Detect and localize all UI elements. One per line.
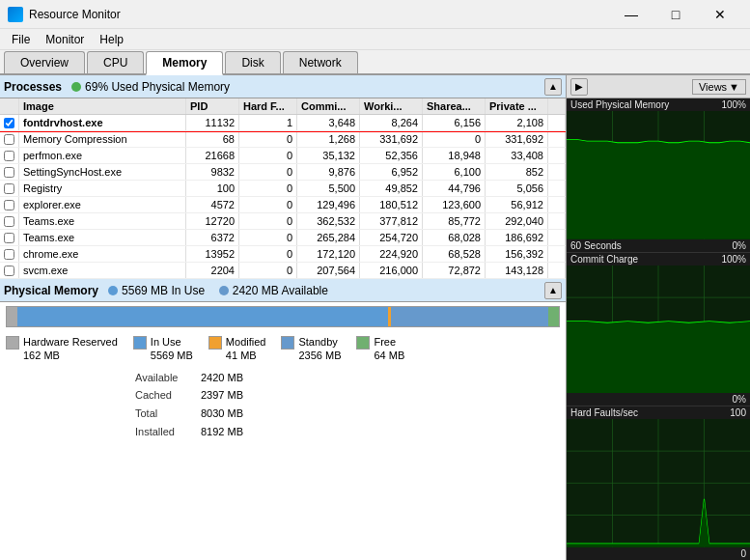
table-row[interactable]: chrome.exe 13952 0 172,120 224,920 68,52… bbox=[0, 246, 566, 263]
minimize-button[interactable]: — bbox=[609, 0, 653, 29]
row-checkbox-8[interactable] bbox=[0, 246, 19, 262]
table-row[interactable]: svcm.exe 2204 0 207,564 216,000 72,872 1… bbox=[0, 263, 566, 279]
app-icon bbox=[8, 7, 23, 22]
row-commit-1: 1,268 bbox=[297, 131, 360, 147]
row-working-2: 52,356 bbox=[360, 148, 423, 163]
chart3-svg bbox=[567, 419, 750, 547]
row-commit-6: 362,532 bbox=[297, 213, 360, 229]
tab-cpu[interactable]: CPU bbox=[87, 51, 144, 73]
row-checkbox-0[interactable] bbox=[0, 115, 19, 130]
memory-bar bbox=[6, 306, 560, 327]
col-working[interactable]: Worki... bbox=[360, 98, 423, 114]
row-shared-8: 68,528 bbox=[423, 246, 486, 262]
charts-header: ▶ Views ▼ bbox=[567, 75, 750, 98]
table-row[interactable]: explorer.exe 4572 0 129,496 180,512 123,… bbox=[0, 197, 566, 213]
table-row[interactable]: SettingSyncHost.exe 9832 0 9,876 6,952 6… bbox=[0, 164, 566, 181]
row-commit-3: 9,876 bbox=[297, 164, 360, 180]
inuse-text: 5569 MB In Use bbox=[122, 284, 205, 297]
col-hardf[interactable]: Hard F... bbox=[239, 98, 297, 114]
row-working-9: 216,000 bbox=[360, 263, 423, 278]
row-checkbox-5[interactable] bbox=[0, 197, 19, 212]
tab-network[interactable]: Network bbox=[283, 51, 358, 73]
physical-memory-header: Physical Memory 5569 MB In Use 2420 MB A… bbox=[0, 279, 566, 302]
left-panel: Processes 69% Used Physical Memory ▲ Ima… bbox=[0, 75, 567, 560]
title-bar: Resource Monitor — □ ✕ bbox=[0, 0, 750, 29]
charts-collapse-button[interactable]: ▶ bbox=[570, 78, 588, 96]
row-hardf-7: 0 bbox=[239, 230, 297, 245]
row-private-1: 331,692 bbox=[486, 131, 548, 147]
col-image[interactable]: Image bbox=[19, 98, 186, 114]
views-button[interactable]: Views ▼ bbox=[692, 79, 746, 95]
col-commit[interactable]: Commi... bbox=[297, 98, 360, 114]
col-pid[interactable]: PID bbox=[186, 98, 239, 114]
row-commit-2: 35,132 bbox=[297, 148, 360, 163]
processes-collapse-button[interactable]: ▲ bbox=[544, 78, 562, 96]
row-checkbox-2[interactable] bbox=[0, 148, 19, 163]
stat-label-2: Total bbox=[135, 405, 193, 423]
tab-overview[interactable]: Overview bbox=[4, 51, 85, 73]
row-shared-1: 0 bbox=[423, 131, 486, 147]
row-checkbox-6[interactable] bbox=[0, 213, 19, 229]
row-pid-6: 12720 bbox=[186, 213, 239, 229]
col-shared[interactable]: Sharea... bbox=[423, 98, 486, 114]
table-row[interactable]: Memory Compression 68 0 1,268 331,692 0 … bbox=[0, 131, 566, 148]
stat-row-1: Cached 2397 MB bbox=[135, 386, 560, 405]
physical-memory-collapse-button[interactable]: ▲ bbox=[544, 282, 562, 299]
row-pid-8: 13952 bbox=[186, 246, 239, 262]
menu-monitor[interactable]: Monitor bbox=[38, 31, 92, 48]
row-scroll-4 bbox=[548, 181, 566, 196]
bar-standby bbox=[391, 307, 548, 326]
table-row[interactable]: perfmon.exe 21668 0 35,132 52,356 18,948… bbox=[0, 148, 566, 164]
row-checkbox-4[interactable] bbox=[0, 181, 19, 196]
processes-title: Processes bbox=[4, 80, 62, 94]
row-shared-4: 44,796 bbox=[423, 181, 486, 196]
col-private[interactable]: Private ... bbox=[486, 98, 548, 114]
row-hardf-3: 0 bbox=[239, 164, 297, 180]
col-check bbox=[0, 98, 19, 114]
col-scroll bbox=[548, 98, 566, 114]
inuse-dot bbox=[108, 286, 118, 295]
chart1-title-row: Used Physical Memory 100% bbox=[567, 98, 750, 111]
close-button[interactable]: ✕ bbox=[698, 0, 742, 29]
row-hardf-5: 0 bbox=[239, 197, 297, 212]
available-dot bbox=[219, 286, 229, 295]
table-row[interactable]: Registry 100 0 5,500 49,852 44,796 5,056 bbox=[0, 181, 566, 197]
bar-hardware-reserved bbox=[7, 307, 17, 326]
table-row[interactable]: Teams.exe 6372 0 265,284 254,720 68,028 … bbox=[0, 230, 566, 246]
stat-value-3: 8192 MB bbox=[201, 423, 243, 441]
legend-text-0: Hardware Reserved162 MB bbox=[23, 335, 118, 363]
row-commit-0: 3,648 bbox=[297, 115, 360, 130]
row-checkbox-7[interactable] bbox=[0, 230, 19, 245]
processes-section: Processes 69% Used Physical Memory ▲ Ima… bbox=[0, 75, 566, 279]
row-working-1: 331,692 bbox=[360, 131, 423, 147]
legend-text-4: Free64 MB bbox=[374, 335, 404, 363]
row-scroll-0 bbox=[548, 115, 566, 130]
row-hardf-4: 0 bbox=[239, 181, 297, 196]
processes-table-body: fontdrvhost.exe 11132 1 3,648 8,264 6,15… bbox=[0, 115, 566, 279]
tab-disk[interactable]: Disk bbox=[225, 51, 280, 73]
menu-bar: File Monitor Help bbox=[0, 29, 750, 50]
physical-memory-title: Physical Memory bbox=[4, 284, 98, 297]
legend-color-4 bbox=[356, 336, 370, 350]
table-row[interactable]: Teams.exe 12720 0 362,532 377,812 85,772… bbox=[0, 213, 566, 230]
row-checkbox-1[interactable] bbox=[0, 131, 19, 147]
chart1-bottom-pct: 0% bbox=[733, 240, 746, 251]
maximize-button[interactable]: □ bbox=[653, 0, 698, 29]
row-image-3: SettingSyncHost.exe bbox=[19, 164, 186, 180]
stat-row-2: Total 8030 MB bbox=[135, 405, 560, 423]
table-row[interactable]: fontdrvhost.exe 11132 1 3,648 8,264 6,15… bbox=[0, 115, 566, 131]
menu-file[interactable]: File bbox=[4, 31, 38, 48]
memory-bar-container bbox=[0, 302, 566, 331]
row-pid-0: 11132 bbox=[186, 115, 239, 130]
row-checkbox-9[interactable] bbox=[0, 263, 19, 278]
tab-memory[interactable]: Memory bbox=[146, 51, 223, 75]
row-private-2: 33,408 bbox=[486, 148, 548, 163]
right-panel: ▶ Views ▼ Used Physical Memory 100% bbox=[567, 75, 750, 560]
app-title: Resource Monitor bbox=[29, 8, 609, 21]
row-checkbox-3[interactable] bbox=[0, 164, 19, 180]
row-image-8: chrome.exe bbox=[19, 246, 186, 262]
row-scroll-8 bbox=[548, 246, 566, 262]
menu-help[interactable]: Help bbox=[92, 31, 131, 48]
stat-value-0: 2420 MB bbox=[201, 369, 243, 387]
row-working-6: 377,812 bbox=[360, 213, 423, 229]
